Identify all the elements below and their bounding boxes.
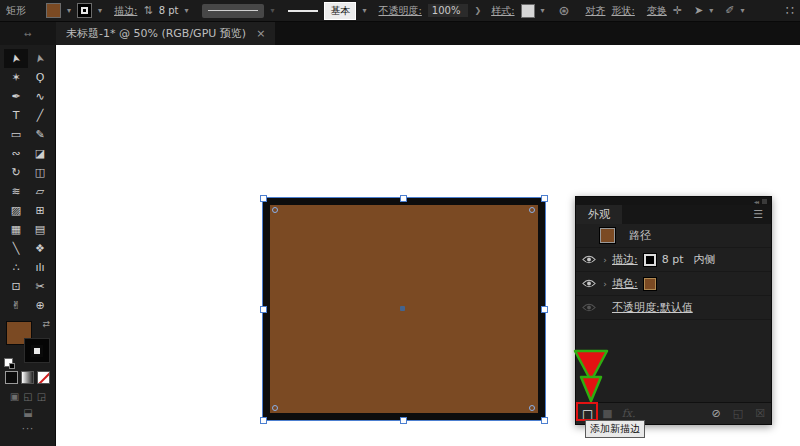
clear-appearance-button[interactable]: ⊘ (712, 407, 721, 420)
selection-handle[interactable] (260, 195, 267, 202)
draw-inside-icon[interactable]: ◲ (37, 391, 46, 402)
selection-tool[interactable]: ➤ (4, 49, 28, 68)
tab-overflow-icon[interactable]: ↔ (24, 29, 32, 39)
eraser-tool[interactable]: ◪ (28, 144, 52, 163)
stroke-stepper-icon[interactable]: ⇅ (143, 4, 152, 17)
stroke-chevron-icon[interactable]: ▾ (98, 6, 102, 15)
mesh-tool[interactable]: ▦ (4, 220, 28, 239)
symbol-sprayer-tool[interactable]: ∴ (4, 258, 28, 277)
screen-mode-icon[interactable]: ⬓ (0, 407, 56, 418)
blend-tool[interactable]: ❖ (28, 239, 52, 258)
visibility-eye-dim-icon[interactable] (580, 303, 598, 312)
live-corner-widget[interactable] (529, 207, 535, 213)
appearance-row-opacity[interactable]: 不透明度: 默认值 (576, 296, 771, 320)
column-graph-tool[interactable]: ılı (28, 258, 52, 277)
stroke-row-position[interactable]: 内侧 (694, 252, 716, 267)
workspace-grid-icon[interactable]: ∷ (786, 3, 794, 18)
opacity-chevron-icon[interactable]: ❯ (474, 6, 481, 15)
zoom-tool[interactable]: ⊕ (28, 296, 52, 315)
stroke-row-swatch[interactable] (644, 254, 656, 266)
gradient-button[interactable] (21, 371, 34, 384)
add-new-fill-button[interactable]: ■ (602, 407, 612, 420)
magic-wand-tool[interactable]: ✶ (4, 68, 28, 87)
quick-options-chevron-icon[interactable]: ▾ (741, 6, 745, 15)
shape-button[interactable]: 形状: (611, 4, 634, 18)
opacity-row-label[interactable]: 不透明度: (612, 300, 660, 315)
shape-builder-tool[interactable]: ▨ (4, 201, 28, 220)
stroke-row-weight[interactable]: 8 pt (662, 253, 684, 266)
stroke-row-label[interactable]: 描边: (612, 252, 638, 267)
opacity-input[interactable]: 100% (428, 4, 469, 17)
document-tab[interactable]: 未标题-1* @ 50% (RGB/GPU 预览) × (56, 22, 275, 45)
fill-chevron-icon[interactable]: ▾ (67, 6, 71, 15)
selection-handle[interactable] (400, 417, 407, 424)
line-segment-tool[interactable]: ╱ (28, 106, 52, 125)
stroke-weight-value[interactable]: 8 pt (159, 5, 179, 16)
stroke-color-swatch[interactable] (77, 3, 92, 18)
reflect-tool[interactable]: ◫ (28, 163, 52, 182)
delete-item-button[interactable]: ☒ (755, 407, 765, 420)
draw-behind-icon[interactable]: ◱ (23, 391, 32, 402)
appearance-row-path[interactable]: 路径 (576, 224, 771, 248)
tab-close-icon[interactable]: × (256, 27, 265, 40)
expand-chevron-icon[interactable]: › (598, 279, 612, 289)
live-corner-widget[interactable] (272, 207, 278, 213)
live-corner-widget[interactable] (529, 405, 535, 411)
appearance-row-fill[interactable]: › 填色: (576, 272, 771, 296)
draw-normal-icon[interactable]: ▣ (10, 391, 19, 402)
edit-toolbar-icon[interactable]: ··· (0, 423, 56, 434)
perspective-grid-tool[interactable]: ⊞ (28, 201, 52, 220)
direct-selection-tool[interactable]: ➤ (28, 49, 52, 68)
pencil-tool[interactable]: ∾ (4, 144, 28, 163)
panel-collapse-icon[interactable]: ◂◂ (754, 198, 758, 205)
selection-handle[interactable] (260, 306, 267, 313)
paintbrush-tool[interactable]: ✎ (28, 125, 52, 144)
align-button[interactable]: 对齐 (585, 4, 605, 18)
curvature-tool[interactable]: ∿ (28, 87, 52, 106)
style-swatch[interactable] (521, 4, 535, 18)
stroke-weight-label[interactable]: 描边: (114, 4, 137, 18)
free-transform-tool[interactable]: ▱ (28, 182, 52, 201)
none-button[interactable] (37, 371, 50, 384)
color-button[interactable] (5, 371, 18, 384)
default-fill-stroke-icon[interactable] (4, 358, 13, 367)
rectangle-tool[interactable]: ▭ (4, 125, 28, 144)
pen-tool[interactable]: ✒ (4, 87, 28, 106)
style-chevron-icon[interactable]: ▾ (541, 6, 545, 15)
artboard-tool[interactable]: ⊡ (4, 277, 28, 296)
select-similar-icon[interactable]: ➤ (694, 4, 703, 17)
quick-options-icon[interactable]: ✐ (725, 4, 734, 17)
style-label[interactable]: 样式: (491, 4, 514, 18)
opacity-label[interactable]: 不透明度: (378, 4, 421, 18)
slice-tool[interactable]: ✂ (28, 277, 52, 296)
width-profile-dropdown[interactable] (202, 4, 264, 18)
transform-button[interactable]: 变换 (647, 4, 667, 18)
selection-handle[interactable] (541, 417, 548, 424)
visibility-eye-icon[interactable] (580, 279, 598, 288)
selection-handle[interactable] (400, 195, 407, 202)
brush-definition-dropdown[interactable]: 基本 (324, 2, 356, 20)
select-similar-chevron-icon[interactable]: ▾ (709, 6, 713, 15)
fill-row-swatch[interactable] (644, 278, 656, 290)
panel-menu-icon[interactable]: ☰ (753, 208, 771, 221)
eyedropper-tool[interactable]: ╲ (4, 239, 28, 258)
hand-tool[interactable]: ✌ (4, 296, 28, 315)
width-tool[interactable]: ≋ (4, 182, 28, 201)
opacity-row-value[interactable]: 默认值 (660, 300, 693, 315)
stroke-proxy-swatch[interactable] (24, 338, 50, 363)
selection-handle[interactable] (541, 306, 548, 313)
live-corner-widget[interactable] (272, 405, 278, 411)
expand-chevron-icon[interactable]: › (598, 255, 612, 265)
appearance-row-stroke[interactable]: › 描边: 8 pt 内侧 (576, 248, 771, 272)
add-effect-button[interactable]: fx. (622, 407, 636, 420)
brush-chevron-icon[interactable]: ▾ (362, 6, 366, 15)
visibility-eye-icon[interactable] (580, 255, 598, 264)
stroke-weight-chevron-icon[interactable]: ▾ (184, 6, 188, 15)
type-tool[interactable]: T (4, 106, 28, 125)
fill-color-swatch[interactable] (46, 3, 61, 18)
selection-handle[interactable] (541, 195, 548, 202)
tab-appearance[interactable]: 外观 (576, 205, 622, 224)
width-profile-chevron-icon[interactable]: ▾ (270, 6, 274, 15)
recolor-artwork-icon[interactable]: ⊛ (559, 3, 570, 18)
isolate-icon[interactable]: ✛ (673, 4, 682, 17)
